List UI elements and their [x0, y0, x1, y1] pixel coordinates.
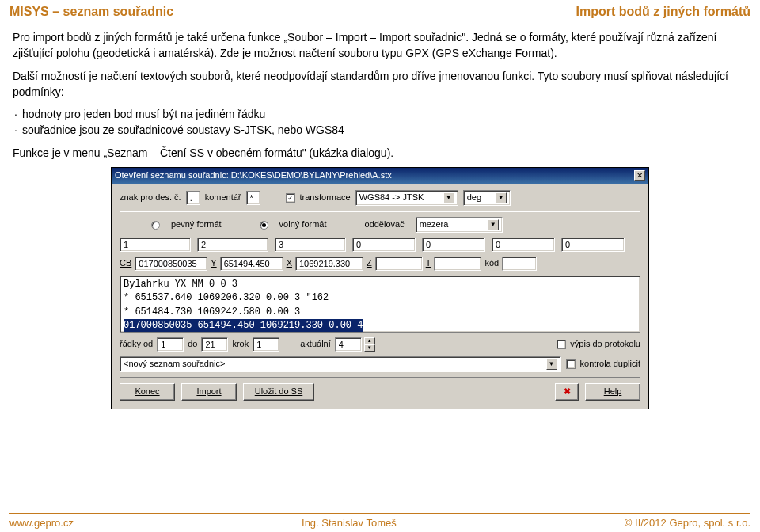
duplicates-checkbox[interactable]	[566, 359, 576, 369]
delete-button[interactable]: ✖	[555, 383, 579, 401]
order-input-3[interactable]: 3	[275, 238, 346, 252]
dialog-titlebar: Otevření seznamu souřadnic: D:\KOKES\DEM…	[112, 168, 648, 184]
save-button[interactable]: Uložit do SS	[243, 383, 314, 401]
transform-select[interactable]: WGS84 -> JTSK ▼	[355, 190, 458, 206]
current-input[interactable]: 4	[335, 337, 362, 352]
footer-copyright: © II/2012 Gepro, spol. s r.o.	[625, 517, 750, 529]
z-label: Z	[367, 257, 372, 270]
z-input[interactable]	[375, 256, 423, 271]
free-format-radio[interactable]	[260, 221, 268, 230]
page-title-right: Import bodů z jiných formátů	[576, 5, 750, 19]
unit-select-text: deg	[467, 192, 481, 204]
order-input-7[interactable]: 0	[561, 238, 625, 252]
order-input-4[interactable]: 0	[352, 238, 416, 252]
chevron-down-icon: ▼	[443, 192, 454, 203]
target-ss-select[interactable]: <nový seznam souřadnic> ▼	[120, 356, 561, 372]
help-button[interactable]: Help	[585, 383, 640, 401]
close-icon[interactable]: ✕	[634, 170, 645, 181]
footer-author: Ing. Stanislav Tomeš	[302, 517, 397, 529]
konec-button[interactable]: Konec	[120, 383, 175, 401]
file-preview[interactable]: Bylahrku YX MM 0 0 3 * 651537.640 106920…	[120, 276, 640, 332]
header-rule	[10, 21, 750, 21]
t-input[interactable]	[434, 256, 481, 271]
footer: www.gepro.cz Ing. Stanislav Tomeš © II/2…	[10, 513, 750, 529]
dialog-title-text: Otevření seznamu souřadnic: D:\KOKES\DEM…	[115, 169, 392, 182]
cb-label: CB	[120, 257, 131, 270]
step-input[interactable]: 1	[253, 337, 279, 352]
preview-line: Bylahrku YX MM 0 0 3	[124, 278, 636, 291]
preview-line: * 651484.730 1069242.580 0.00 3	[124, 306, 636, 319]
cb-input[interactable]: 017000850035	[135, 256, 207, 271]
decimal-label: znak pro des. č.	[120, 192, 181, 204]
kod-label: kód	[484, 257, 499, 270]
separator-label: oddělovač	[365, 218, 405, 231]
preview-line: * 651537.640 1069206.320 0.00 3 "162	[124, 291, 636, 305]
fixed-format-label: pevný formát	[171, 218, 222, 231]
y-input[interactable]: 651494.450	[220, 256, 283, 271]
y-label: Y	[211, 257, 216, 270]
x-icon: ✖	[564, 386, 571, 398]
log-checkbox[interactable]	[557, 340, 566, 349]
log-label: výpis do protokolu	[570, 338, 640, 351]
bullet-2: souřadnice jsou ze souřadnicové soustavy…	[13, 122, 747, 138]
footer-url: www.gepro.cz	[10, 517, 74, 529]
separator-select-text: mezera	[420, 218, 449, 231]
bullet-1: hodnoty pro jeden bod musí být na jediné…	[13, 106, 747, 122]
x-input[interactable]: 1069219.330	[295, 256, 363, 271]
x-label: X	[287, 257, 292, 270]
current-label: aktuální	[300, 338, 331, 351]
paragraph-1: Pro import bodů z jiných formátů je také…	[13, 29, 747, 62]
chevron-down-icon: ▼	[364, 344, 375, 352]
step-label: krok	[232, 338, 249, 351]
transform-label: transformace	[300, 192, 351, 204]
unit-select[interactable]: deg ▼	[463, 190, 511, 206]
duplicates-label: kontrola duplicit	[580, 358, 640, 370]
dialog-window: Otevření seznamu souřadnic: D:\KOKES\DEM…	[111, 167, 649, 409]
chevron-up-icon: ▲	[364, 337, 375, 344]
decimal-input[interactable]: .	[186, 191, 200, 205]
fixed-format-radio[interactable]	[151, 221, 160, 230]
order-input-5[interactable]: 0	[422, 238, 485, 252]
target-ss-text: <nový seznam souřadnic>	[124, 358, 225, 370]
comment-input[interactable]: *	[246, 191, 260, 205]
paragraph-2: Další možností je načtení textových soub…	[13, 68, 747, 101]
rows-to-label: do	[188, 338, 197, 351]
order-input-2[interactable]: 2	[197, 238, 268, 252]
t-label: T	[426, 257, 431, 270]
separator-select[interactable]: mezera ▼	[416, 217, 503, 233]
free-format-label: volný formát	[279, 218, 327, 231]
chevron-down-icon: ▼	[496, 192, 507, 203]
chevron-down-icon: ▼	[546, 359, 557, 370]
order-input-1[interactable]: 1	[120, 238, 191, 252]
page-title-left: MISYS – seznam souřadnic	[10, 5, 173, 19]
import-button[interactable]: Import	[181, 383, 237, 401]
rows-from-input[interactable]: 1	[157, 337, 184, 352]
preview-line-selected: 017000850035 651494.450 1069219.330 0.00…	[124, 319, 363, 332]
chevron-down-icon: ▼	[488, 219, 499, 230]
content-area: Pro import bodů z jiných formátů je také…	[0, 29, 760, 409]
transform-select-text: WGS84 -> JTSK	[359, 192, 424, 204]
current-spinner[interactable]: ▲▼	[364, 337, 375, 352]
kod-input[interactable]	[502, 256, 537, 271]
order-input-6[interactable]: 0	[492, 238, 555, 252]
transform-checkbox[interactable]: ✓	[286, 193, 295, 203]
rows-to-input[interactable]: 21	[201, 337, 228, 352]
paragraph-3: Funkce je v menu „Seznam – Čtení SS v ob…	[13, 145, 747, 161]
rows-from-label: řádky od	[120, 338, 153, 351]
comment-label: komentář	[205, 192, 241, 204]
